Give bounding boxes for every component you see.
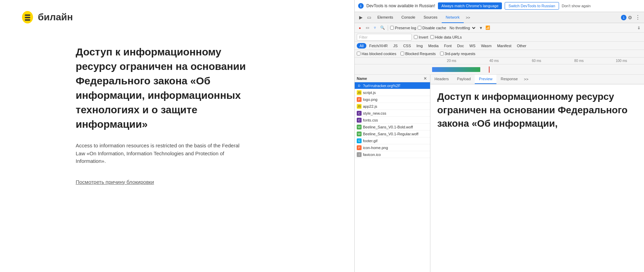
download-icon[interactable]: ⇓	[636, 25, 642, 31]
page-subtext: Access to information resources is restr…	[76, 142, 248, 165]
file-name: Beeline_Sans_V0.1-Regular.woff	[363, 132, 418, 136]
file-item-fonts[interactable]: C fonts.css	[355, 117, 430, 124]
blocked-cookies-checkbox[interactable]	[357, 52, 361, 55]
filter-js[interactable]: JS	[390, 43, 400, 49]
inspect-element-icon[interactable]: ▶	[357, 13, 365, 22]
filter-ws[interactable]: WS	[466, 43, 478, 49]
blocked-requests-checkbox[interactable]	[400, 52, 404, 55]
filter-doc[interactable]: Doc	[454, 43, 467, 49]
preview-heading: Доступ к информационному ресурсу огранич…	[437, 90, 637, 130]
invert-checkbox[interactable]	[414, 35, 418, 39]
waterfall-bar	[432, 67, 480, 72]
svg-rect-2	[25, 17, 30, 18]
tab-elements[interactable]: Elements	[373, 12, 397, 23]
preserve-log-checkbox[interactable]	[390, 26, 394, 30]
file-item-logo[interactable]: P logo.png	[355, 96, 430, 103]
file-item-doc[interactable]: D ?url=rutracker.org%2F	[355, 82, 430, 89]
filter-manifest[interactable]: Manifest	[494, 43, 514, 49]
file-item-style[interactable]: C style_new.css	[355, 110, 430, 117]
file-item-app22[interactable]: JS app22.js	[355, 103, 430, 110]
filter-wasm[interactable]: Wasm	[478, 43, 494, 49]
filter-font[interactable]: Font	[441, 43, 454, 49]
file-list: Name ✕ D ?url=rutracker.org%2F JS script…	[355, 75, 430, 272]
tab-console[interactable]: Console	[397, 12, 419, 23]
block-reason-link[interactable]: Посмотреть причину блокировки	[76, 179, 154, 185]
throttle-select[interactable]: No throttling Fast 3G Slow 3G	[448, 25, 476, 30]
js-file-icon: JS	[357, 104, 362, 109]
filter-media[interactable]: Media	[426, 43, 441, 49]
file-name: Beeline_Sans_V0.1-Bold.woff	[363, 125, 413, 129]
record-button[interactable]: ●	[357, 25, 363, 31]
tab-more-icon[interactable]: >>	[464, 15, 472, 20]
throttle-arrow-icon[interactable]: ▼	[478, 25, 484, 31]
file-item-woff-regular[interactable]: W Beeline_Sans_V0.1-Regular.woff	[355, 130, 430, 137]
match-language-button[interactable]: Always match Chrome's language	[438, 2, 502, 9]
filter-img[interactable]: Img	[414, 43, 426, 49]
tl-100: 100 ms	[600, 59, 643, 63]
filter-icon[interactable]: ▿	[372, 25, 378, 31]
tab-sources[interactable]: Sources	[419, 12, 441, 23]
info-icon: i	[358, 3, 364, 9]
file-item-footer-gif[interactable]: G footer.gif	[355, 137, 430, 144]
detail-tab-payload[interactable]: Payload	[453, 75, 475, 84]
file-name: fonts.css	[363, 118, 378, 122]
third-party-label[interactable]: 3rd-party requests	[440, 52, 475, 56]
waterfall-marker	[489, 66, 490, 73]
filter-css[interactable]: CSS	[400, 43, 414, 49]
dont-show-button[interactable]: Don't show again	[562, 4, 591, 8]
preserve-log-label[interactable]: Preserve log	[390, 26, 416, 30]
blocked-cookies-label[interactable]: Has blocked cookies	[357, 52, 396, 56]
file-item-favicon[interactable]: I favicon.ico	[355, 151, 430, 158]
detail-tab-more[interactable]: >>	[522, 75, 530, 84]
filter-input[interactable]	[357, 34, 412, 41]
detail-tab-response[interactable]: Response	[496, 75, 522, 84]
network-toolbar: ● ▭ ▿ 🔍 Preserve log Disable cache No th…	[355, 23, 644, 33]
disable-cache-label[interactable]: Disable cache	[418, 26, 446, 30]
woff-file-icon: W	[357, 132, 362, 136]
file-name: favicon.ico	[363, 153, 381, 157]
hide-data-urls-checkbox[interactable]	[430, 35, 434, 39]
switch-to-russian-button[interactable]: Switch DevTools to Russian	[505, 2, 559, 10]
filter-all[interactable]: All	[357, 43, 366, 49]
file-name: logo.png	[363, 97, 377, 102]
file-item-woff-bold[interactable]: W Beeline_Sans_V0.1-Bold.woff	[355, 124, 430, 130]
js-file-icon: JS	[357, 90, 362, 95]
third-party-checkbox[interactable]	[440, 52, 444, 55]
page-heading: Доступ к информационному ресурсу огранич…	[76, 45, 261, 132]
device-toolbar-icon[interactable]: ▭	[365, 13, 373, 22]
close-detail-button[interactable]: ✕	[422, 76, 428, 81]
file-item-script[interactable]: JS script.js	[355, 89, 430, 96]
split-pane: Name ✕ D ?url=rutracker.org%2F JS script…	[355, 75, 644, 272]
devtools-panel: i DevTools is now available in Russian! …	[354, 0, 644, 272]
search-icon[interactable]: 🔍	[379, 25, 386, 31]
png-file-icon: P	[357, 145, 362, 150]
stop-recording-button[interactable]: ▭	[364, 25, 371, 31]
file-name: style_new.css	[363, 111, 386, 115]
blocked-requests-label[interactable]: Blocked Requests	[400, 52, 436, 56]
timeline-header: 20 ms 40 ms 60 ms 80 ms 100 ms	[355, 57, 644, 64]
main-content: Доступ к информационному ресурсу огранич…	[21, 45, 334, 185]
file-name: ?url=rutracker.org%2F	[363, 84, 400, 88]
detail-tab-headers[interactable]: Headers	[430, 75, 453, 84]
settings-icon[interactable]: ⚙	[626, 13, 634, 22]
logo-area: билайн	[21, 10, 334, 24]
type-filter-bar: All Fetch/XHR JS CSS Img Media Font Doc …	[355, 42, 644, 50]
invert-label[interactable]: Invert	[414, 35, 428, 39]
waterfall-area	[355, 64, 644, 75]
svg-rect-3	[25, 19, 30, 21]
css-file-icon: C	[357, 118, 362, 123]
file-name: script.js	[363, 91, 376, 95]
file-item-icon-home[interactable]: P icon-home.png	[355, 144, 430, 151]
hide-data-urls-label[interactable]: Hide data URLs	[430, 35, 462, 39]
detail-tab-preview[interactable]: Preview	[475, 75, 496, 84]
tl-20: 20 ms	[430, 59, 473, 63]
tab-network[interactable]: Network	[442, 12, 464, 23]
filter-other[interactable]: Other	[514, 43, 529, 49]
filter-fetch-xhr[interactable]: Fetch/XHR	[366, 43, 390, 49]
disable-cache-checkbox[interactable]	[418, 26, 421, 30]
file-name: app22.js	[363, 104, 377, 108]
more-options-icon[interactable]: ⋮	[634, 13, 642, 22]
main-page: билайн Доступ к информационному ресурсу …	[0, 0, 354, 272]
detail-panel: Headers Payload Preview Response >> Дост…	[430, 75, 644, 272]
tl-60: 60 ms	[515, 59, 558, 63]
